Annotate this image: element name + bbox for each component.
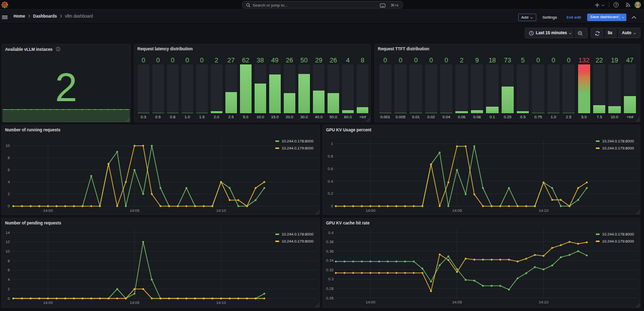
- svg-text:0.4: 0.4: [328, 230, 334, 235]
- svg-text:0.8: 0.8: [328, 154, 333, 159]
- svg-text:14:00: 14:00: [43, 300, 53, 305]
- svg-text:14:10: 14:10: [216, 208, 226, 213]
- svg-text:14:10: 14:10: [539, 300, 548, 304]
- svg-text:0.34: 0.34: [326, 258, 334, 263]
- svg-text:0.28: 0.28: [326, 286, 334, 291]
- svg-text:0.38: 0.38: [326, 240, 334, 244]
- svg-text:4: 4: [8, 180, 10, 184]
- svg-text:14:10: 14:10: [539, 208, 548, 213]
- svg-text:1: 1: [331, 141, 333, 146]
- svg-text:0.26: 0.26: [326, 296, 334, 300]
- svg-text:2: 2: [8, 287, 10, 291]
- svg-text:0.36: 0.36: [326, 249, 334, 254]
- svg-text:14: 14: [6, 230, 10, 235]
- svg-text:14:05: 14:05: [452, 208, 462, 213]
- svg-text:10: 10: [6, 143, 10, 148]
- svg-text:4: 4: [8, 277, 10, 282]
- svg-text:0: 0: [331, 204, 333, 208]
- svg-text:0: 0: [8, 204, 10, 208]
- svg-text:0.2: 0.2: [328, 191, 333, 196]
- svg-text:14:05: 14:05: [130, 208, 139, 213]
- svg-text:14:05: 14:05: [130, 300, 139, 305]
- svg-text:14:10: 14:10: [216, 300, 226, 305]
- svg-text:?: ?: [615, 3, 617, 7]
- svg-text:8: 8: [8, 156, 10, 160]
- svg-text:8: 8: [8, 259, 10, 263]
- svg-text:0.4: 0.4: [328, 179, 333, 184]
- svg-text:12: 12: [6, 240, 10, 244]
- svg-text:0.3: 0.3: [328, 277, 334, 281]
- svg-text:10: 10: [6, 249, 10, 254]
- svg-text:14:05: 14:05: [452, 300, 462, 304]
- svg-text:6: 6: [8, 268, 10, 272]
- svg-text:0.32: 0.32: [326, 268, 334, 272]
- svg-text:14:00: 14:00: [43, 208, 53, 213]
- svg-text:14:00: 14:00: [366, 208, 375, 213]
- svg-text:2: 2: [8, 192, 10, 196]
- svg-text:6: 6: [8, 168, 10, 172]
- svg-text:0.6: 0.6: [328, 167, 333, 171]
- svg-text:14:00: 14:00: [366, 300, 375, 304]
- svg-text:0: 0: [8, 296, 10, 301]
